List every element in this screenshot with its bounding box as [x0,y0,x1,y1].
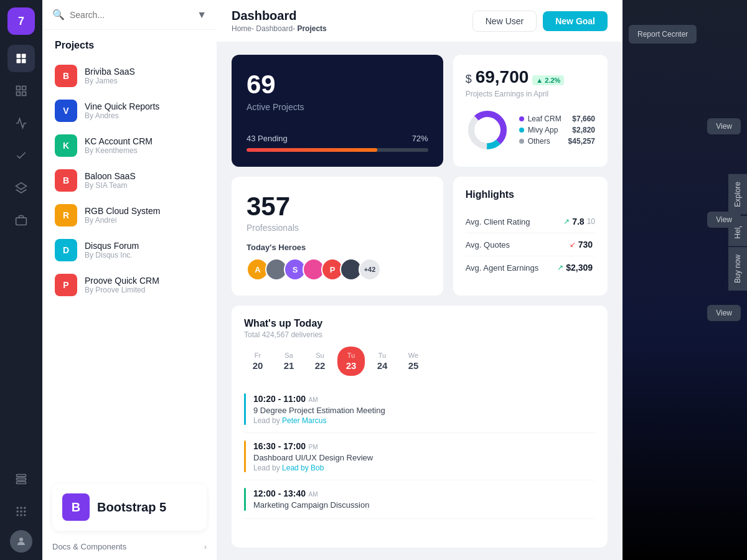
schedule-card: What's up Today Total 424,567 deliveries… [232,306,608,548]
highlight-sub: 10 [587,217,595,226]
svg-point-20 [21,515,22,516]
nav-icon-settings[interactable] [7,465,35,493]
project-by: By James [85,77,204,85]
highlight-row: Avg. Client Rating ↗ 7.8 10 [466,210,595,233]
report-center-button[interactable]: Report Cecnter [629,25,697,44]
nav-icon-grid[interactable] [7,77,35,105]
nav-icon-briefcase[interactable] [7,207,35,234]
highlight-value: 7.8 [572,217,584,226]
left-navigation: 7 [0,0,42,560]
donut-chart [466,108,509,152]
search-icon: 🔍 [52,9,65,21]
project-item[interactable]: D Disqus Forum By Disqus Inc. [42,233,217,268]
nav-icon-chart[interactable] [7,110,35,137]
nav-user-photo[interactable] [10,530,32,553]
right-tabs: ExploreHelpBuy now [728,174,747,292]
svg-point-21 [24,515,26,516]
event-details: 12:00 - 13:40 AM Marketing Campaign Disc… [253,488,369,511]
calendar-day[interactable]: Tu 23 [337,347,365,376]
svg-rect-1 [22,54,26,58]
project-logo: B [55,65,77,87]
day-number: 22 [315,360,326,371]
day-label: Tu [378,352,386,359]
highlight-name: Avg. Agent Earnings [466,263,558,273]
calendar-day[interactable]: Su 22 [306,347,334,376]
project-item[interactable]: V Vine Quick Reports By Andres [42,93,217,128]
docs-link[interactable]: Docs & Components › [52,538,207,555]
events-list: 10:20 - 11:00 AM 9 Degree Project Estima… [244,386,595,519]
calendar-day[interactable]: Tu 24 [369,347,396,376]
new-user-button[interactable]: New User [472,11,537,32]
day-number: 25 [408,360,419,371]
calendar-day[interactable]: We 25 [400,347,427,376]
view-button-2[interactable]: View [707,212,741,228]
svg-point-14 [21,507,22,508]
project-item[interactable]: B Baloon SaaS By SIA Team [42,163,217,198]
event-lead: Lead by Peter Marcus [253,416,385,425]
right-tab[interactable]: Explore [728,174,747,215]
project-by: By Keenthemes [85,146,204,155]
right-tab[interactable]: Buy now [728,247,747,291]
active-projects-label: Active Projects [247,102,428,112]
highlights-title: Highlights [466,189,595,200]
filter-button[interactable]: ▼ [197,9,207,21]
project-item[interactable]: R RGB Cloud System By Andrei [42,198,217,233]
legend-others: Others $45,257 [519,137,595,146]
docs-arrow: › [204,542,207,551]
nav-icon-grid2[interactable] [7,498,35,525]
project-item[interactable]: K KC Account CRM By Keenthemes [42,128,217,163]
project-logo: K [55,134,77,157]
calendar-day[interactable]: Fr 20 [244,347,271,376]
highlights-rows: Avg. Client Rating ↗ 7.8 10 Avg. Quotes … [466,210,595,279]
event-time-text: 12:00 - 13:40 [253,488,306,498]
search-bar: 🔍 ▼ [42,0,217,30]
project-logo: P [55,274,77,296]
event-line [244,488,246,511]
pending-info: 43 Pending 72% [247,134,428,143]
user-avatar-badge[interactable]: 7 [7,7,35,35]
day-number: 23 [346,360,357,371]
svg-point-18 [24,511,26,512]
day-number: 24 [377,360,388,371]
project-logo: R [55,204,77,226]
view-button-3[interactable]: View [707,305,741,321]
event-item: 10:20 - 11:00 AM 9 Degree Project Estima… [244,386,595,433]
earnings-amount: $ 69,700 ▲ 2.2% [466,67,595,87]
event-lead-link[interactable]: Peter Marcus [282,416,326,425]
day-label: Tu [347,352,355,359]
new-goal-button[interactable]: New Goal [543,11,608,31]
project-by: By Disqus Inc. [85,251,204,259]
calendar-day[interactable]: Sa 21 [275,347,303,376]
event-item: 12:00 - 13:40 AM Marketing Campaign Disc… [244,480,595,519]
schedule-header: What's up Today Total 424,567 deliveries [244,318,595,339]
nav-icon-dashboard[interactable] [7,45,35,72]
svg-rect-4 [17,86,21,90]
project-info: Vine Quick Reports By Andres [85,101,204,120]
project-info: Baloon SaaS By SIA Team [85,171,204,190]
professionals-card: 357 Professionals Today's Heroes ASP+42 [232,177,443,296]
event-lead: Lead by Lead by Bob [253,464,373,472]
project-item[interactable]: P Proove Quick CRM By Proove Limited [42,268,217,302]
nav-icon-layers[interactable] [7,174,35,202]
project-by: By Andrei [85,216,204,225]
project-list: B Briviba SaaS By James V Vine Quick Rep… [42,56,217,476]
earnings-legend: Leaf CRM $7,660 Mivy App $2,820 Others $… [519,114,595,146]
event-title: Marketing Campaign Discussion [253,500,369,510]
highlights-card: Highlights Avg. Client Rating ↗ 7.8 10 A… [453,177,608,296]
project-info: KC Account CRM By Keenthemes [85,136,204,155]
svg-marker-8 [16,183,27,190]
event-time-text: 16:30 - 17:00 [253,441,306,451]
project-name: Vine Quick Reports [85,101,204,111]
schedule-subtitle: Total 424,567 deliveries [244,330,595,339]
earnings-chart: Leaf CRM $7,660 Mivy App $2,820 Others $… [466,108,595,152]
event-time: 10:20 - 11:00 AM [253,393,385,404]
right-panel: ExploreHelpBuy now Report Cecnter View V… [622,0,747,560]
event-line [244,393,246,425]
view-button-1[interactable]: View [707,118,741,134]
highlight-value: 730 [578,240,593,250]
event-lead-link[interactable]: Lead by Bob [282,464,324,472]
nav-icon-check[interactable] [7,142,35,169]
project-item[interactable]: B Briviba SaaS By James [42,58,217,93]
bootstrap-label: Bootstrap 5 [97,500,166,515]
search-input[interactable] [70,10,192,20]
